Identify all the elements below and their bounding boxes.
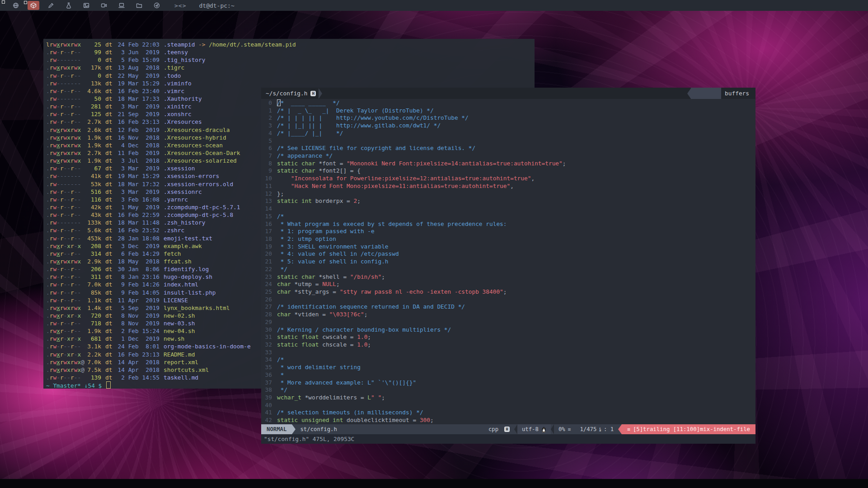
c-header-file-icon: H [310, 91, 316, 96]
file-date: 14 Apr 2018 [117, 358, 160, 366]
file-name: .xsession [164, 164, 195, 172]
line-number: 3 [261, 122, 272, 130]
file-owner: dt [105, 110, 113, 118]
file-name: .xsession-errors.old [164, 180, 233, 188]
file-name: .Xauthority [164, 95, 202, 103]
file-owner: dt [105, 87, 113, 95]
file-size: 1.9k [85, 327, 101, 335]
flask-icon[interactable] [63, 1, 75, 10]
dropper-icon[interactable] [45, 1, 57, 10]
file-size: 99 [85, 48, 101, 56]
line-number: 42 [261, 417, 272, 424]
code-line: 28char *vtiden = "\033[?6c"; [261, 311, 755, 319]
file-owner: dt [105, 242, 113, 250]
editor-window[interactable]: ~/s/config.h H buffers 0/* ____ _____ */… [261, 88, 755, 444]
code-area[interactable]: 0/* ____ _____ */1/* | _ \_ _| Derek Tay… [261, 99, 755, 424]
permissions: lrwxrwxrwx [46, 41, 85, 48]
file-date: 2 Feb 14:55 [117, 374, 160, 381]
permissions: .rwxrwxrwx [46, 141, 85, 149]
code-line: 12}; [261, 190, 755, 198]
file-size: 67 [85, 164, 101, 172]
file-owner: dt [105, 235, 113, 242]
permissions: .rw------- [46, 180, 85, 188]
tab-config-h[interactable]: ~/s/config.h H [261, 88, 319, 99]
line-number: 1 [261, 107, 272, 115]
file-name: .zshrc [164, 226, 184, 234]
symlink-arrow: -> [195, 41, 209, 48]
code-line: 41/* selection timeouts (in milliseconds… [261, 409, 755, 417]
code-line: 38 */ [261, 386, 755, 394]
file-size: 1.9k [85, 134, 101, 141]
file-date: 16 Feb 23:40 [117, 87, 160, 95]
file-date: 18 Mar 17:33 [117, 95, 160, 103]
code-line: 32static float chscale = 1.0; [261, 341, 755, 349]
file-date: 5 Feb 15:09 [117, 56, 160, 64]
file-date: 19 Mar 15:29 [117, 172, 160, 180]
statusline-filename: st/config.h [296, 426, 341, 432]
code-line: 20 * 4: value of shell in /etc/passwd [261, 250, 755, 258]
code-line: 35 * word delimiter string [261, 364, 755, 371]
file-name: .viminfo [164, 80, 192, 87]
file-date: 8 Jan 23:16 [117, 273, 160, 281]
filetype-segment: cpp H [484, 424, 514, 434]
file-size: 1.1k [85, 296, 101, 304]
line-number: 5 [261, 137, 272, 145]
file-name: .yarnrc [164, 196, 188, 203]
line-number: 34 [261, 356, 272, 364]
video-camera-icon[interactable] [98, 1, 110, 10]
file-date: 14 Apr 2018 [117, 366, 160, 374]
line-number: 6 [261, 145, 272, 152]
permissions: .rw-r--r-- [46, 203, 85, 211]
file-name: example.awk [164, 242, 202, 250]
line-number: 0 [261, 99, 272, 107]
permissions: .rw-r--r-- [46, 296, 85, 304]
powerline-separator-icon [551, 424, 554, 434]
line-number: 4 [261, 130, 272, 137]
file-owner: dt [105, 103, 113, 110]
permissions: .rw-r--r-- [46, 374, 85, 381]
file-date: 24 Feb 8:01 [117, 343, 160, 350]
folder-icon[interactable] [133, 1, 145, 10]
image-icon[interactable] [80, 1, 92, 10]
powerline-separator-icon [514, 424, 517, 434]
statusline: NORMAL st/config.h cpp H utf-8 0% ≡ 1/47… [261, 424, 755, 434]
tabline-fill [322, 88, 687, 99]
file-name: .xonshrc [164, 110, 192, 118]
editor-tabline: ~/s/config.h H buffers [261, 88, 755, 99]
file-name: .Xresources [164, 118, 202, 126]
file-owner: dt [105, 180, 113, 188]
file-size: 3.1k [85, 343, 101, 350]
code-line: 8static char *font = "Mononoki Nerd Font… [261, 160, 755, 168]
file-owner: dt [105, 95, 113, 103]
permissions: .rwxrwxrwx [46, 157, 85, 164]
file-name: .xsessionrc [164, 188, 202, 196]
file-date: 8 Nov 2019 [117, 319, 160, 327]
globe-icon[interactable] [10, 1, 22, 10]
line-number: 27 [261, 303, 272, 311]
file-size: 718 [85, 319, 101, 327]
code-line: 27/* identification sequence returned in… [261, 303, 755, 311]
top-bar: ><> dt@dt-pc:~ [0, 0, 868, 11]
file-size: 516 [85, 188, 101, 196]
permissions: .rwxr-xr-x [46, 335, 85, 343]
file-owner: dt [105, 343, 113, 350]
file-name: lynx_bookmarks.html [164, 304, 230, 312]
buffers-label[interactable]: buffers [721, 88, 755, 99]
send-icon[interactable] [151, 1, 163, 10]
line-number: 24 [261, 281, 272, 288]
file-owner: dt [105, 164, 113, 172]
file-owner: dt [105, 335, 113, 343]
file-date: 11 Feb 2019 [117, 149, 160, 157]
linux-penguin-icon [541, 427, 546, 432]
file-date: 3 Mar 2019 [117, 188, 160, 196]
file-name: .tigrc [164, 64, 184, 71]
laptop-icon[interactable] [116, 1, 127, 10]
file-date: 8 Nov 2019 [117, 312, 160, 319]
package-icon[interactable] [28, 1, 39, 10]
file-size: 1.9k [85, 141, 101, 149]
permissions: .rwxrwxrwx@ [46, 366, 85, 374]
file-size: 2.7k [85, 149, 101, 157]
permissions: .rw-r--r-- [46, 103, 85, 110]
code-line: 10 "Inconsolata for Powerline:pixelsize=… [261, 175, 755, 183]
file-date: 18 Mar 17:32 [117, 180, 160, 188]
